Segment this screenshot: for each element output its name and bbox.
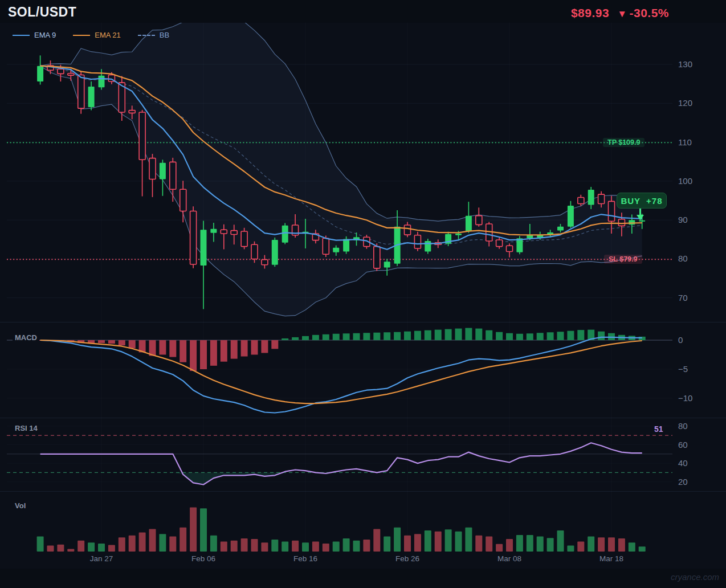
- bollinger-band: [40, 10, 642, 316]
- macd-signal-line: [40, 340, 642, 403]
- trading-chart-app: SOL/USDT $89.93▼-30.5% EMA 9EMA 21BB TP …: [0, 0, 726, 588]
- rsi-oversold-fill: [40, 472, 642, 484]
- macd-histogram: [37, 328, 646, 371]
- price-ticker: $89.93▼-30.5%: [571, 6, 669, 20]
- price-tick-130: 130: [678, 59, 692, 69]
- price-tick-110: 110: [678, 137, 692, 147]
- legend-item-ema9[interactable]: EMA 9: [13, 31, 56, 39]
- price-tick-120: 120: [678, 98, 692, 108]
- watermark: cryance.com: [671, 572, 719, 582]
- buy-signal-score: +78: [646, 196, 662, 206]
- macd-tick: −10: [678, 393, 692, 403]
- rsi-tick-80: 80: [678, 421, 688, 431]
- volume-panel-label: Vol: [13, 501, 28, 510]
- legend-item-bb[interactable]: BB: [138, 31, 169, 39]
- x-axis-label: Mar 18: [599, 554, 623, 563]
- macd-tick: 0: [678, 335, 683, 345]
- buy-signal-text: BUY: [621, 196, 641, 206]
- rsi-tick-60: 60: [678, 440, 688, 450]
- last-price: $89.93: [571, 6, 609, 19]
- rsi-tick-20: 20: [678, 477, 688, 487]
- legend-swatch-icon: [13, 35, 30, 36]
- macd-tick: −5: [678, 364, 688, 374]
- x-axis-label: Feb 06: [191, 554, 215, 563]
- macd-panel-label: MACD: [13, 333, 39, 342]
- price-tick-80: 80: [678, 254, 688, 263]
- x-axis-label: Jan 27: [90, 554, 113, 563]
- x-axis-label: Feb 26: [395, 554, 419, 563]
- rsi-panel-label: RSI 14: [13, 424, 40, 432]
- legend-label: EMA 21: [95, 31, 121, 39]
- price-tick-100: 100: [678, 176, 692, 186]
- rsi-current-value: 51: [654, 424, 663, 434]
- chart-canvas[interactable]: [0, 0, 726, 588]
- legend-label: EMA 9: [34, 31, 56, 39]
- indicator-legend: EMA 9EMA 21BB: [13, 31, 169, 39]
- volume-bars: [37, 508, 646, 552]
- legend-item-ema21[interactable]: EMA 21: [73, 31, 121, 39]
- legend-label: BB: [160, 31, 169, 39]
- price-tick-90: 90: [678, 215, 688, 224]
- stop-loss-label[interactable]: SL $79.9: [604, 255, 642, 264]
- rsi-tick-40: 40: [678, 458, 688, 468]
- rsi-line: [40, 443, 642, 484]
- price-change: -30.5%: [629, 6, 669, 19]
- take-profit-label[interactable]: TP $109.9: [603, 138, 645, 147]
- page-title: SOL/USDT: [8, 5, 76, 20]
- price-tick-70: 70: [678, 293, 688, 303]
- x-axis-label: Mar 08: [497, 554, 521, 563]
- legend-swatch-icon: [138, 35, 155, 36]
- x-axis-label: Feb 16: [293, 554, 317, 563]
- buy-signal-badge: BUY +78: [617, 193, 667, 209]
- down-arrow-icon: ▼: [617, 9, 627, 19]
- legend-swatch-icon: [73, 35, 90, 36]
